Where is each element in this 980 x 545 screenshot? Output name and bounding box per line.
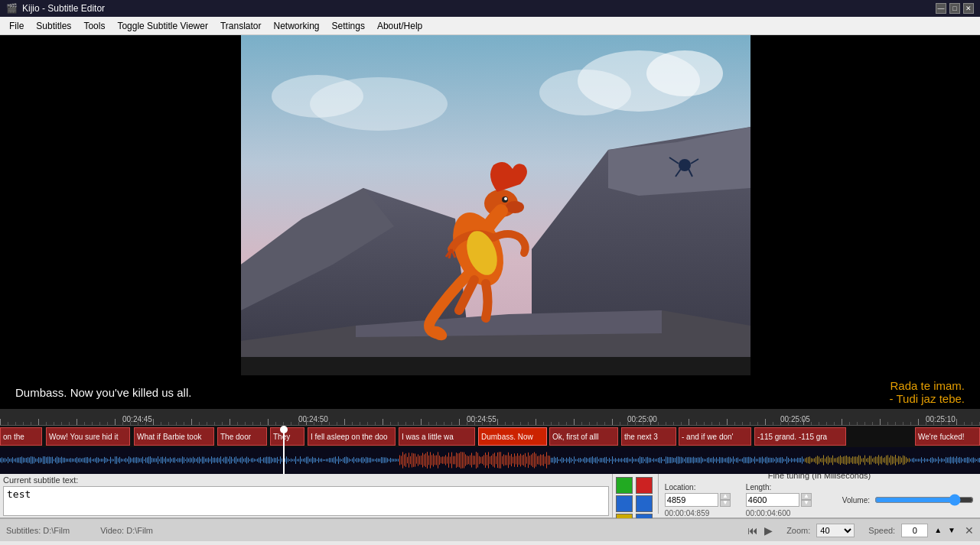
video-left-letterbox (0, 35, 241, 375)
bottom-controls: Current subtitle text: Fine tuning (In M… (0, 474, 980, 545)
length-label: Length: (746, 483, 812, 491)
length-input-row: ▲ ▼ (746, 493, 812, 507)
title-bar: 🎬 Kijio - Subtitle Editor — □ ✕ (0, 0, 980, 17)
length-time: 00:00:04:600 (746, 509, 812, 517)
color-red-btn[interactable] (636, 477, 653, 494)
subtitle-text-input[interactable] (3, 486, 609, 516)
volume-section: Volume: (842, 495, 974, 505)
video-screen[interactable] (241, 35, 750, 375)
menu-tools[interactable]: Tools (77, 19, 111, 33)
subtitle-overlay: Dumbass. Now you've killed us all. Rada … (0, 375, 980, 409)
subtitle-block-4[interactable]: They (270, 427, 304, 446)
play-icon[interactable]: ▶ (764, 524, 773, 537)
status-left: Subtitles: D:\Film Video: D:\Film (6, 526, 153, 535)
location-spinner: ▲ ▼ (720, 493, 731, 507)
subtitle-block-5[interactable]: I fell asleep on the doo (308, 427, 396, 446)
color-blue1-btn[interactable] (616, 495, 633, 512)
zoom-label: Zoom: (786, 526, 810, 535)
speed-label: Speed: (868, 526, 895, 535)
volume-label: Volume: (842, 496, 870, 504)
subtitle-text-row: Current subtitle text: Fine tuning (In M… (0, 474, 980, 518)
subtitle-block-12[interactable]: We're fucked! (915, 427, 980, 446)
subtitle-block-10[interactable]: - and if we don' (679, 427, 751, 446)
prev-frame-icon[interactable]: ⏮ (747, 524, 758, 537)
app-icon: 🎬 (6, 3, 18, 14)
speed-input[interactable] (901, 524, 928, 537)
location-spin-down[interactable]: ▼ (720, 500, 731, 507)
subtitles-value: D:\Film (43, 526, 70, 535)
menu-translator[interactable]: Translator (214, 19, 268, 33)
video-frame (241, 35, 750, 357)
subtitle-block-9[interactable]: the next 3 (621, 427, 676, 446)
title-bar-left: 🎬 Kijio - Subtitle Editor (6, 3, 105, 14)
mute-icon[interactable]: ✕ (965, 524, 974, 537)
svg-point-2 (646, 50, 723, 96)
subtitle-text-right: Rada te imam. - Tudi jaz tebe. (890, 379, 965, 405)
subtitle-block-1[interactable]: Wow! You sure hid it (46, 427, 130, 446)
subtitle-block-0[interactable]: on the (0, 427, 42, 446)
subtitle-text-left: Dumbass. Now you've killed us all. (15, 386, 191, 399)
location-input[interactable] (665, 493, 718, 507)
color-green-btn[interactable] (616, 477, 633, 494)
length-spin-down[interactable]: ▼ (801, 500, 812, 507)
waveform-canvas (0, 447, 980, 474)
minimize-button[interactable]: — (936, 3, 946, 14)
app-title: Kijio - Subtitle Editor (22, 3, 105, 14)
timeline-container[interactable]: 00:24:4500:24:5000:24:5500:25:0000:25:05… (0, 409, 980, 474)
menu-settings[interactable]: Settings (326, 19, 371, 33)
subtitle-block-6[interactable]: I was a little wa (399, 427, 475, 446)
status-bar: Subtitles: D:\Film Video: D:\Film ⏮ ▶ Zo… (0, 518, 980, 541)
waveform-area (0, 447, 980, 474)
status-right: ⏮ ▶ Zoom: 10 20 30 40 50 60 80 100 Speed… (747, 524, 974, 537)
color-blue2-btn[interactable] (636, 495, 653, 512)
menu-toggle-subtitle-viewer[interactable]: Toggle Subtitle Viewer (111, 19, 214, 33)
subtitle-block-2[interactable]: What if Barbie took (134, 427, 214, 446)
video-right-letterbox (750, 35, 980, 375)
length-input[interactable] (746, 493, 799, 507)
subtitle-track[interactable]: on theWow! You sure hid itWhat if Barbie… (0, 426, 980, 447)
location-time: 00:00:04:859 (665, 509, 731, 517)
svg-point-14 (506, 201, 524, 213)
title-bar-controls[interactable]: — □ ✕ (936, 3, 974, 14)
location-input-row: ▲ ▼ (665, 493, 731, 507)
speed-spin-up[interactable]: ▲ (934, 526, 942, 534)
subtitle-text-area: Current subtitle text: (0, 474, 612, 517)
svg-point-5 (272, 75, 363, 118)
fine-tuning-section: Fine tuning (In Miliseconds) Location: ▲… (658, 474, 980, 514)
subtitles-label: Subtitles: D:\Film (6, 526, 70, 535)
maximize-button[interactable]: □ (949, 3, 960, 14)
subtitle-right-line2: - Tudi jaz tebe. (890, 392, 965, 405)
color-buttons (612, 474, 658, 517)
volume-slider[interactable] (874, 495, 974, 505)
menu-subtitles[interactable]: Subtitles (30, 19, 77, 33)
subtitle-block-7[interactable]: Dumbass. Now (478, 427, 547, 446)
video-container (0, 35, 980, 375)
svg-point-16 (504, 197, 507, 200)
location-label: Location: (665, 483, 731, 491)
speed-spin-down[interactable]: ▼ (948, 526, 956, 534)
zoom-select[interactable]: 10 20 30 40 50 60 80 100 (816, 524, 855, 537)
menu-bar: File Subtitles Tools Toggle Subtitle Vie… (0, 17, 980, 35)
subtitle-block-11[interactable]: -115 grand. -115 gra (754, 427, 846, 446)
menu-networking[interactable]: Networking (268, 19, 326, 33)
length-spinner: ▲ ▼ (801, 493, 812, 507)
length-group: Length: ▲ ▼ 00:00:04:600 (746, 483, 812, 517)
video-label: Video: D:\Film (100, 526, 153, 535)
svg-point-3 (539, 70, 631, 115)
subtitle-block-8[interactable]: Ok, first of alll (549, 427, 618, 446)
timeline-ruler: 00:24:4500:24:5000:24:5500:25:0000:25:05… (0, 409, 980, 426)
video-value: D:\Film (126, 526, 153, 535)
subtitle-block-3[interactable]: The door (217, 427, 267, 446)
subtitle-right-line1: Rada te imam. (890, 379, 965, 392)
close-button[interactable]: ✕ (963, 3, 974, 14)
menu-about-help[interactable]: About/Help (371, 19, 428, 33)
subtitle-text-label: Current subtitle text: (3, 475, 609, 485)
menu-file[interactable]: File (3, 19, 30, 33)
location-group: Location: ▲ ▼ 00:00:04:859 (665, 483, 731, 517)
